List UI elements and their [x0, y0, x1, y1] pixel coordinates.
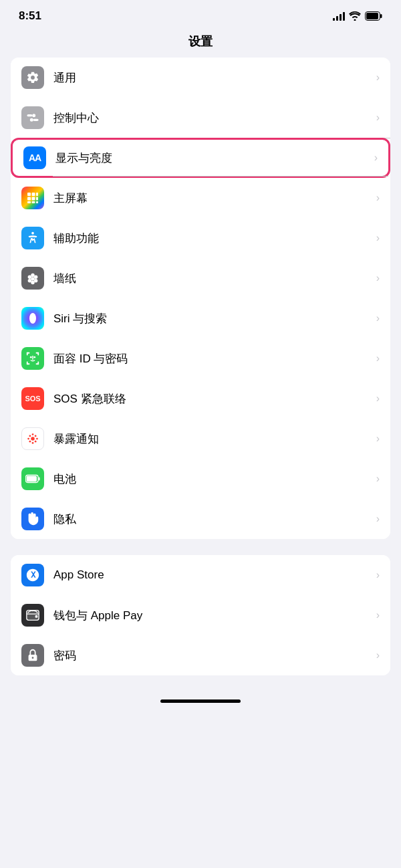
- wallet-label: 钱包与 Apple Pay: [53, 608, 376, 623]
- svg-point-44: [35, 435, 37, 437]
- grid-icon: [26, 191, 39, 205]
- control-center-label: 控制中心: [53, 110, 376, 126]
- faceid-icon: [25, 351, 40, 366]
- svg-rect-10: [32, 193, 35, 196]
- home-screen-icon-wrap: [21, 187, 44, 209]
- svg-rect-51: [35, 615, 38, 618]
- svg-point-5: [32, 114, 35, 117]
- svg-point-25: [31, 277, 35, 281]
- svg-point-43: [29, 435, 31, 437]
- password-icon: [25, 648, 40, 663]
- section-2: App Store › 钱包与 Apple Pay › 密码 ›: [11, 555, 390, 675]
- control-center-chevron: ›: [376, 112, 380, 124]
- exposure-icon: [25, 431, 40, 446]
- svg-point-36: [33, 356, 35, 358]
- general-icon-wrap: [21, 66, 44, 89]
- hand-icon: [26, 512, 39, 526]
- accessibility-chevron: ›: [376, 232, 380, 244]
- svg-point-24: [28, 275, 32, 279]
- svg-rect-12: [27, 197, 31, 201]
- svg-rect-29: [27, 352, 28, 356]
- wallet-icon-wrap: [21, 604, 44, 627]
- general-chevron: ›: [376, 72, 380, 84]
- battery-settings-icon: [25, 474, 40, 483]
- display-chevron: ›: [374, 152, 378, 164]
- home-indicator: [0, 691, 401, 708]
- settings-row-sos[interactable]: SOS SOS 紧急联络 ›: [11, 378, 390, 419]
- toggle-icon: [26, 111, 39, 124]
- svg-point-38: [31, 437, 35, 441]
- settings-row-control-center[interactable]: 控制中心 ›: [11, 98, 390, 138]
- svg-point-6: [30, 118, 33, 122]
- svg-rect-14: [36, 197, 38, 201]
- accessibility-icon: [25, 231, 40, 245]
- svg-point-41: [27, 438, 29, 440]
- svg-point-26: [29, 313, 36, 324]
- appstore-label: App Store: [53, 568, 376, 582]
- svg-point-19: [31, 274, 35, 278]
- svg-rect-30: [37, 352, 39, 356]
- page-title-bar: 设置: [0, 28, 401, 58]
- settings-row-exposure[interactable]: 暴露通知 ›: [11, 419, 390, 459]
- svg-point-45: [29, 441, 31, 443]
- home-bar: [160, 699, 241, 703]
- svg-point-18: [31, 232, 34, 235]
- gear-icon: [26, 71, 39, 84]
- privacy-chevron: ›: [376, 513, 380, 525]
- siri-label: Siri 与搜索: [53, 311, 376, 326]
- svg-point-53: [32, 657, 34, 659]
- svg-rect-2: [380, 14, 382, 18]
- svg-rect-17: [36, 201, 38, 203]
- settings-row-battery[interactable]: 电池 ›: [11, 459, 390, 499]
- password-chevron: ›: [376, 649, 380, 661]
- status-icons: [333, 11, 382, 21]
- siri-icon-wrap: [21, 307, 44, 330]
- exposure-label: 暴露通知: [53, 431, 376, 447]
- wallet-chevron: ›: [376, 609, 380, 621]
- siri-chevron: ›: [376, 312, 380, 324]
- appstore-icon-wrap: [21, 564, 44, 586]
- wifi-icon: [349, 11, 361, 21]
- settings-row-wallpaper[interactable]: 墙纸 ›: [11, 258, 390, 298]
- svg-rect-1: [366, 13, 378, 19]
- svg-rect-9: [27, 193, 31, 196]
- general-label: 通用: [53, 70, 376, 86]
- accessibility-icon-wrap: [21, 227, 44, 249]
- settings-row-faceid[interactable]: 面容 ID 与密码 ›: [11, 338, 390, 378]
- password-icon-wrap: [21, 644, 44, 667]
- svg-rect-33: [27, 363, 30, 364]
- settings-row-home-screen[interactable]: 主屏幕 ›: [11, 178, 390, 218]
- exposure-icon-wrap: [21, 427, 44, 450]
- settings-row-wallet[interactable]: 钱包与 Apple Pay ›: [11, 595, 390, 635]
- svg-rect-48: [27, 476, 37, 481]
- aa-icon: AA: [29, 152, 41, 163]
- accessibility-label: 辅助功能: [53, 231, 376, 246]
- wallpaper-chevron: ›: [376, 272, 380, 284]
- status-time: 8:51: [19, 9, 41, 23]
- settings-row-display[interactable]: AA 显示与亮度 ›: [11, 138, 390, 178]
- appstore-icon: [25, 568, 40, 582]
- svg-point-22: [31, 281, 35, 285]
- settings-row-siri[interactable]: Siri 与搜索 ›: [11, 298, 390, 338]
- svg-point-23: [28, 279, 32, 283]
- wallpaper-icon-wrap: [21, 267, 44, 290]
- appstore-chevron: ›: [376, 569, 380, 581]
- wallpaper-label: 墙纸: [53, 271, 376, 286]
- svg-point-46: [35, 441, 37, 443]
- settings-row-accessibility[interactable]: 辅助功能 ›: [11, 218, 390, 258]
- siri-icon: [26, 312, 39, 325]
- faceid-icon-wrap: [21, 347, 44, 370]
- battery-icon: [365, 11, 382, 21]
- svg-rect-49: [38, 477, 39, 480]
- svg-point-35: [30, 356, 32, 358]
- svg-rect-13: [32, 197, 35, 201]
- settings-row-password[interactable]: 密码 ›: [11, 635, 390, 675]
- wallet-icon: [25, 608, 40, 623]
- settings-row-general[interactable]: 通用 ›: [11, 58, 390, 98]
- sos-icon-wrap: SOS: [21, 387, 44, 410]
- status-bar: 8:51: [0, 0, 401, 28]
- settings-row-appstore[interactable]: App Store ›: [11, 555, 390, 595]
- exposure-chevron: ›: [376, 433, 380, 445]
- svg-point-21: [34, 279, 38, 283]
- settings-row-privacy[interactable]: 隐私 ›: [11, 499, 390, 539]
